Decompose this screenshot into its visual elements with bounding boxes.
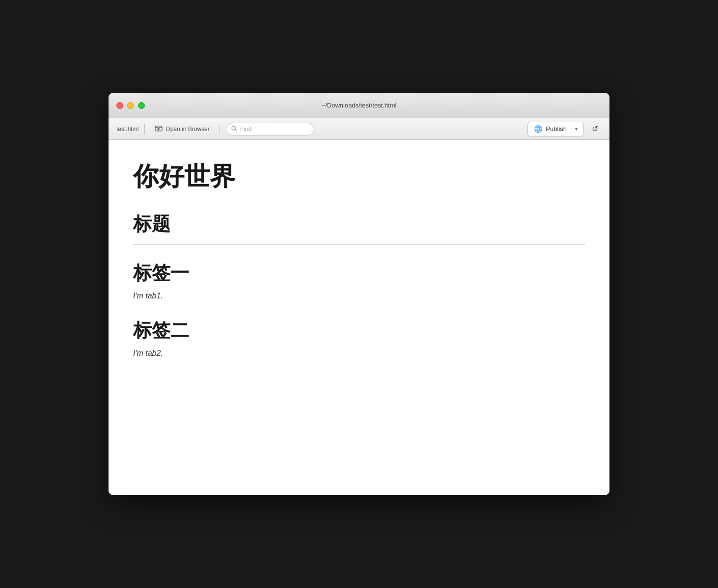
window-title: ~/Downloads/test/test.html: [322, 102, 397, 109]
tab1-heading: 标签一: [133, 261, 585, 286]
maximize-button[interactable]: [138, 102, 145, 109]
section-title: 标题: [133, 212, 585, 237]
open-in-browser-icon: [155, 125, 163, 133]
tab2-content: I'm tab2.: [133, 349, 585, 358]
svg-line-4: [235, 130, 237, 131]
open-in-browser-label: Open in Browser: [166, 126, 209, 133]
tab2-heading: 标签二: [133, 318, 585, 343]
toolbar: test.html Open in Browser: [109, 118, 609, 140]
search-box[interactable]: [226, 123, 314, 135]
close-button[interactable]: [116, 102, 123, 109]
refresh-icon: ↺: [592, 124, 598, 134]
content-area: 你好世界 标题 标签一 I'm tab1. 标签二 I'm tab2.: [109, 140, 609, 495]
filename-label: test.html: [116, 126, 138, 133]
app-window: ~/Downloads/test/test.html test.html Ope…: [109, 93, 609, 495]
search-icon: [231, 125, 237, 134]
minimize-button[interactable]: [127, 102, 134, 109]
toolbar-right: Publish ▾ ↺: [527, 122, 602, 136]
publish-button[interactable]: Publish ▾: [527, 122, 584, 136]
traffic-lights: [116, 102, 145, 109]
tab1-content: I'm tab1.: [133, 292, 585, 300]
toolbar-divider-2: [220, 124, 220, 134]
chevron-down-icon: ▾: [575, 126, 578, 132]
svg-point-3: [232, 126, 236, 130]
section-divider: [133, 244, 585, 245]
page-heading: 你好世界: [133, 160, 585, 194]
publish-divider: [571, 126, 571, 133]
publish-icon: [534, 125, 543, 134]
open-in-browser-button[interactable]: Open in Browser: [151, 123, 213, 135]
title-bar: ~/Downloads/test/test.html: [109, 93, 609, 118]
toolbar-divider-1: [144, 124, 145, 134]
search-input[interactable]: [240, 126, 309, 133]
publish-label: Publish: [546, 125, 567, 133]
refresh-button[interactable]: ↺: [588, 122, 602, 136]
